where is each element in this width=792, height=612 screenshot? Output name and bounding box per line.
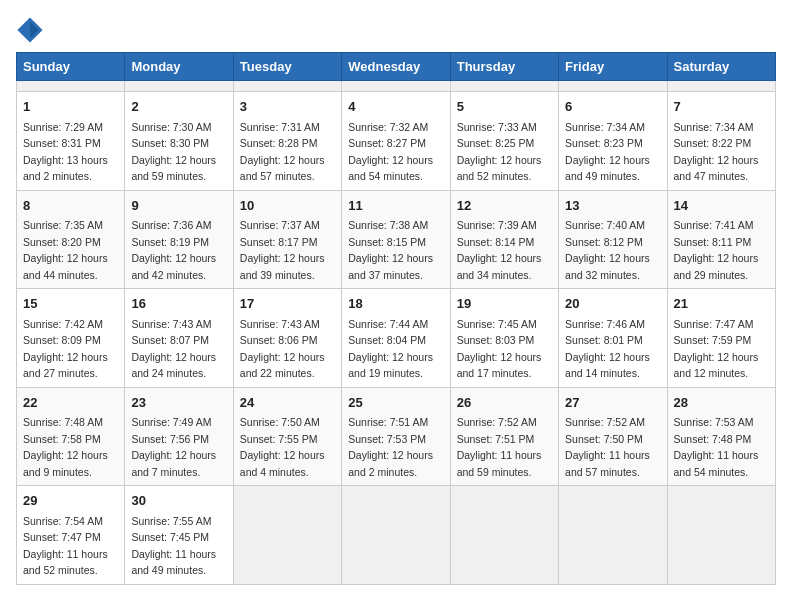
day-number: 9 bbox=[131, 196, 226, 216]
day-number: 10 bbox=[240, 196, 335, 216]
day-number: 4 bbox=[348, 97, 443, 117]
day-info: Sunrise: 7:38 AMSunset: 8:15 PMDaylight:… bbox=[348, 219, 433, 281]
calendar-cell bbox=[233, 81, 341, 92]
day-number: 19 bbox=[457, 294, 552, 314]
calendar-cell: 19 Sunrise: 7:45 AMSunset: 8:03 PMDaylig… bbox=[450, 289, 558, 388]
day-info: Sunrise: 7:46 AMSunset: 8:01 PMDaylight:… bbox=[565, 318, 650, 380]
calendar-cell: 10 Sunrise: 7:37 AMSunset: 8:17 PMDaylig… bbox=[233, 190, 341, 289]
day-number: 17 bbox=[240, 294, 335, 314]
day-info: Sunrise: 7:51 AMSunset: 7:53 PMDaylight:… bbox=[348, 416, 433, 478]
calendar-cell: 23 Sunrise: 7:49 AMSunset: 7:56 PMDaylig… bbox=[125, 387, 233, 486]
day-number: 26 bbox=[457, 393, 552, 413]
calendar-cell: 28 Sunrise: 7:53 AMSunset: 7:48 PMDaylig… bbox=[667, 387, 775, 486]
day-number: 29 bbox=[23, 491, 118, 511]
day-info: Sunrise: 7:44 AMSunset: 8:04 PMDaylight:… bbox=[348, 318, 433, 380]
day-info: Sunrise: 7:49 AMSunset: 7:56 PMDaylight:… bbox=[131, 416, 216, 478]
logo bbox=[16, 16, 48, 44]
day-number: 14 bbox=[674, 196, 769, 216]
calendar-cell: 5 Sunrise: 7:33 AMSunset: 8:25 PMDayligh… bbox=[450, 92, 558, 191]
day-info: Sunrise: 7:55 AMSunset: 7:45 PMDaylight:… bbox=[131, 515, 216, 577]
day-number: 5 bbox=[457, 97, 552, 117]
calendar-cell: 25 Sunrise: 7:51 AMSunset: 7:53 PMDaylig… bbox=[342, 387, 450, 486]
calendar-cell: 4 Sunrise: 7:32 AMSunset: 8:27 PMDayligh… bbox=[342, 92, 450, 191]
calendar-header-row: SundayMondayTuesdayWednesdayThursdayFrid… bbox=[17, 53, 776, 81]
calendar-cell: 20 Sunrise: 7:46 AMSunset: 8:01 PMDaylig… bbox=[559, 289, 667, 388]
calendar-week-row: 22 Sunrise: 7:48 AMSunset: 7:58 PMDaylig… bbox=[17, 387, 776, 486]
calendar-cell: 1 Sunrise: 7:29 AMSunset: 8:31 PMDayligh… bbox=[17, 92, 125, 191]
calendar-cell bbox=[342, 486, 450, 585]
day-info: Sunrise: 7:33 AMSunset: 8:25 PMDaylight:… bbox=[457, 121, 542, 183]
day-number: 2 bbox=[131, 97, 226, 117]
calendar-cell bbox=[450, 486, 558, 585]
calendar-cell bbox=[233, 486, 341, 585]
calendar-week-row: 29 Sunrise: 7:54 AMSunset: 7:47 PMDaylig… bbox=[17, 486, 776, 585]
day-number: 22 bbox=[23, 393, 118, 413]
day-info: Sunrise: 7:53 AMSunset: 7:48 PMDaylight:… bbox=[674, 416, 759, 478]
day-info: Sunrise: 7:31 AMSunset: 8:28 PMDaylight:… bbox=[240, 121, 325, 183]
header-saturday: Saturday bbox=[667, 53, 775, 81]
calendar-cell: 17 Sunrise: 7:43 AMSunset: 8:06 PMDaylig… bbox=[233, 289, 341, 388]
calendar-week-row: 8 Sunrise: 7:35 AMSunset: 8:20 PMDayligh… bbox=[17, 190, 776, 289]
day-number: 28 bbox=[674, 393, 769, 413]
day-info: Sunrise: 7:40 AMSunset: 8:12 PMDaylight:… bbox=[565, 219, 650, 281]
calendar-cell: 7 Sunrise: 7:34 AMSunset: 8:22 PMDayligh… bbox=[667, 92, 775, 191]
calendar-cell: 6 Sunrise: 7:34 AMSunset: 8:23 PMDayligh… bbox=[559, 92, 667, 191]
calendar-cell: 21 Sunrise: 7:47 AMSunset: 7:59 PMDaylig… bbox=[667, 289, 775, 388]
calendar-cell: 24 Sunrise: 7:50 AMSunset: 7:55 PMDaylig… bbox=[233, 387, 341, 486]
day-number: 11 bbox=[348, 196, 443, 216]
day-number: 15 bbox=[23, 294, 118, 314]
day-info: Sunrise: 7:30 AMSunset: 8:30 PMDaylight:… bbox=[131, 121, 216, 183]
calendar-cell bbox=[342, 81, 450, 92]
calendar-week-row bbox=[17, 81, 776, 92]
calendar-cell: 3 Sunrise: 7:31 AMSunset: 8:28 PMDayligh… bbox=[233, 92, 341, 191]
day-info: Sunrise: 7:34 AMSunset: 8:23 PMDaylight:… bbox=[565, 121, 650, 183]
calendar-cell: 9 Sunrise: 7:36 AMSunset: 8:19 PMDayligh… bbox=[125, 190, 233, 289]
day-info: Sunrise: 7:39 AMSunset: 8:14 PMDaylight:… bbox=[457, 219, 542, 281]
day-info: Sunrise: 7:37 AMSunset: 8:17 PMDaylight:… bbox=[240, 219, 325, 281]
header-monday: Monday bbox=[125, 53, 233, 81]
day-number: 24 bbox=[240, 393, 335, 413]
day-number: 16 bbox=[131, 294, 226, 314]
header-friday: Friday bbox=[559, 53, 667, 81]
day-number: 21 bbox=[674, 294, 769, 314]
day-info: Sunrise: 7:48 AMSunset: 7:58 PMDaylight:… bbox=[23, 416, 108, 478]
calendar-week-row: 15 Sunrise: 7:42 AMSunset: 8:09 PMDaylig… bbox=[17, 289, 776, 388]
day-info: Sunrise: 7:36 AMSunset: 8:19 PMDaylight:… bbox=[131, 219, 216, 281]
calendar-cell: 13 Sunrise: 7:40 AMSunset: 8:12 PMDaylig… bbox=[559, 190, 667, 289]
header-wednesday: Wednesday bbox=[342, 53, 450, 81]
calendar-cell: 18 Sunrise: 7:44 AMSunset: 8:04 PMDaylig… bbox=[342, 289, 450, 388]
day-number: 20 bbox=[565, 294, 660, 314]
calendar-cell: 14 Sunrise: 7:41 AMSunset: 8:11 PMDaylig… bbox=[667, 190, 775, 289]
calendar-cell bbox=[667, 486, 775, 585]
calendar-cell bbox=[17, 81, 125, 92]
calendar-cell: 30 Sunrise: 7:55 AMSunset: 7:45 PMDaylig… bbox=[125, 486, 233, 585]
day-number: 12 bbox=[457, 196, 552, 216]
day-number: 3 bbox=[240, 97, 335, 117]
calendar-cell: 16 Sunrise: 7:43 AMSunset: 8:07 PMDaylig… bbox=[125, 289, 233, 388]
calendar-cell bbox=[125, 81, 233, 92]
calendar-cell: 11 Sunrise: 7:38 AMSunset: 8:15 PMDaylig… bbox=[342, 190, 450, 289]
day-number: 1 bbox=[23, 97, 118, 117]
day-info: Sunrise: 7:45 AMSunset: 8:03 PMDaylight:… bbox=[457, 318, 542, 380]
calendar-table: SundayMondayTuesdayWednesdayThursdayFrid… bbox=[16, 52, 776, 585]
calendar-cell bbox=[450, 81, 558, 92]
calendar-cell: 15 Sunrise: 7:42 AMSunset: 8:09 PMDaylig… bbox=[17, 289, 125, 388]
logo-icon bbox=[16, 16, 44, 44]
day-info: Sunrise: 7:32 AMSunset: 8:27 PMDaylight:… bbox=[348, 121, 433, 183]
day-number: 6 bbox=[565, 97, 660, 117]
day-number: 25 bbox=[348, 393, 443, 413]
header-tuesday: Tuesday bbox=[233, 53, 341, 81]
day-number: 30 bbox=[131, 491, 226, 511]
day-info: Sunrise: 7:34 AMSunset: 8:22 PMDaylight:… bbox=[674, 121, 759, 183]
calendar-week-row: 1 Sunrise: 7:29 AMSunset: 8:31 PMDayligh… bbox=[17, 92, 776, 191]
day-number: 13 bbox=[565, 196, 660, 216]
calendar-cell bbox=[559, 486, 667, 585]
day-info: Sunrise: 7:43 AMSunset: 8:07 PMDaylight:… bbox=[131, 318, 216, 380]
day-info: Sunrise: 7:42 AMSunset: 8:09 PMDaylight:… bbox=[23, 318, 108, 380]
calendar-cell bbox=[559, 81, 667, 92]
day-info: Sunrise: 7:41 AMSunset: 8:11 PMDaylight:… bbox=[674, 219, 759, 281]
day-number: 7 bbox=[674, 97, 769, 117]
day-number: 18 bbox=[348, 294, 443, 314]
calendar-cell bbox=[667, 81, 775, 92]
day-number: 23 bbox=[131, 393, 226, 413]
